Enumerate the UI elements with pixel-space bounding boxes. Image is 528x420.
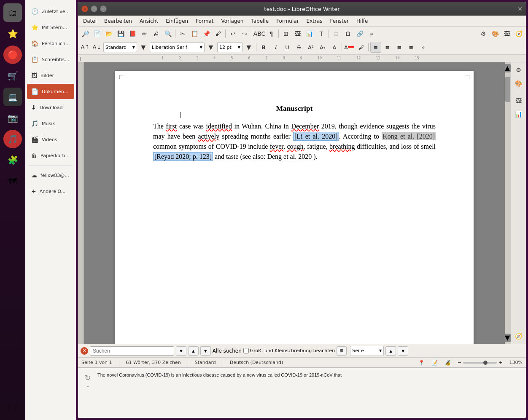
edit-mode-btn[interactable]: ✏: [139, 28, 150, 39]
align-left-btn[interactable]: ≡: [370, 42, 381, 53]
style-dropdown[interactable]: Standard ▼: [103, 42, 137, 52]
export-pdf-btn[interactable]: 📕: [127, 28, 138, 39]
bold-btn[interactable]: B: [258, 42, 269, 53]
zoom-out-btn[interactable]: −: [458, 360, 461, 365]
close-button[interactable]: ×: [81, 5, 88, 12]
sidebar-item-other[interactable]: + Andere O...: [27, 184, 74, 199]
dock-terminal[interactable]: 💻: [3, 88, 22, 106]
clear-fmt-btn[interactable]: A: [329, 42, 340, 53]
redo-btn[interactable]: ↪: [239, 28, 250, 39]
dock-maps[interactable]: 🗺: [3, 172, 22, 190]
highlight-btn[interactable]: 🖌: [356, 42, 366, 53]
refresh-icon[interactable]: ↻: [84, 373, 91, 382]
case-sensitive-check[interactable]: Groß- und Kleinschreibung beachten: [243, 348, 335, 353]
dock-music[interactable]: 🎵: [3, 130, 22, 148]
find-prev-btn[interactable]: ▲: [188, 346, 199, 356]
save-btn[interactable]: 💾: [115, 28, 126, 39]
zoom-track[interactable]: [463, 362, 497, 364]
menu-einfuegen[interactable]: Einfügen: [162, 17, 191, 25]
sidebar-item-music[interactable]: 🎵 Musik: [27, 116, 74, 131]
dock-media[interactable]: 🔴: [3, 45, 22, 64]
subscript-btn[interactable]: A₂: [317, 42, 328, 53]
sidebar-item-recent[interactable]: 🕐 Zuletzt verw...: [27, 4, 74, 19]
gallery-btn[interactable]: 🖼: [501, 28, 512, 39]
table-btn[interactable]: ⊞: [280, 28, 291, 39]
size-dropdown-btn[interactable]: ▼: [243, 42, 254, 53]
find-close-btn[interactable]: ✕: [81, 347, 88, 355]
menu-bearbeiten[interactable]: Bearbeiten: [101, 17, 135, 25]
new-btn[interactable]: 📄: [92, 28, 102, 39]
rp-navigator-btn[interactable]: 🧭: [513, 330, 525, 342]
spellcheck-btn[interactable]: ABC: [254, 28, 265, 39]
sidebar-item-cloud[interactable]: ☁ felixw83@...: [27, 168, 74, 183]
document-body[interactable]: The first case was identified in Wuhan, …: [153, 121, 436, 162]
vertical-scrollbar[interactable]: ▲ ▼: [505, 62, 511, 344]
find-page-prev-btn[interactable]: ▲: [385, 346, 396, 356]
copy-btn[interactable]: 📋: [189, 28, 200, 39]
find-input[interactable]: [90, 346, 174, 356]
undo-btn[interactable]: ↩: [227, 28, 238, 39]
more-fmt-btn[interactable]: »: [418, 42, 428, 53]
font-dropdown[interactable]: Liberation Serif ▼: [150, 42, 205, 52]
sidebar-item-documents[interactable]: 📄 Dokumen...: [27, 84, 74, 99]
extend-btn[interactable]: »: [366, 28, 377, 39]
document-page[interactable]: Manuscript The first case was identified…: [115, 71, 474, 344]
textbox-btn[interactable]: T: [316, 28, 327, 39]
style-dropdown-btn[interactable]: ▼: [138, 42, 149, 53]
rp-styles-btn[interactable]: 🎨: [513, 78, 525, 89]
chart-btn[interactable]: 📊: [304, 28, 315, 39]
italic-btn[interactable]: I: [270, 42, 281, 53]
menu-format[interactable]: Format: [192, 17, 217, 25]
superscript-btn[interactable]: A²: [305, 42, 316, 53]
scroll-up-btn[interactable]: ▲: [505, 64, 511, 72]
open-btn[interactable]: 📂: [103, 28, 114, 39]
sidebar-item-downloads[interactable]: ⬇ Download: [27, 100, 74, 115]
case-sensitive-checkbox[interactable]: [243, 348, 249, 353]
minimize-button[interactable]: −: [91, 5, 97, 12]
align-right-btn[interactable]: ≡: [394, 42, 405, 53]
cut-btn[interactable]: ✂: [177, 28, 188, 39]
rp-gallery-btn[interactable]: 🖼: [513, 95, 525, 107]
menu-vorlagen[interactable]: Vorlagen: [218, 17, 247, 25]
menu-fenster[interactable]: Fenster: [327, 17, 353, 25]
dock-starred[interactable]: ⭐: [3, 24, 22, 43]
scroll-track[interactable]: [505, 72, 511, 334]
menu-formular[interactable]: Formular: [273, 17, 302, 25]
sidebar-item-trash[interactable]: 🗑 Papierkorb...: [27, 148, 74, 163]
find-page-next-btn[interactable]: ▼: [398, 346, 408, 356]
inc-font-size-btn[interactable]: A↑: [80, 42, 91, 53]
rp-properties-btn[interactable]: ⚙: [513, 64, 525, 76]
menu-tabelle[interactable]: Tabelle: [248, 17, 272, 25]
sidebar-item-starred[interactable]: ⭐ Mit Stern...: [27, 20, 74, 35]
rp-media-btn[interactable]: 📊: [513, 108, 525, 120]
sidebar-item-personal[interactable]: 🏠 Persönlich...: [27, 36, 74, 51]
document-scroll[interactable]: Manuscript The first case was identified…: [84, 62, 505, 344]
expand-icon[interactable]: »: [86, 384, 89, 388]
menu-extras[interactable]: Extras: [303, 17, 326, 25]
navigator-btn[interactable]: 🔎: [80, 28, 91, 39]
zoom-control[interactable]: − +: [458, 360, 502, 365]
image-btn[interactable]: 🖼: [292, 28, 303, 39]
sidebar-item-videos[interactable]: 🎬 Videos: [27, 132, 74, 147]
align-justify-btn[interactable]: ≡: [406, 42, 417, 53]
dock-app-center[interactable]: 🛒: [3, 67, 22, 85]
align-center-btn[interactable]: ≡: [382, 42, 393, 53]
find-options-btn[interactable]: ⚙: [337, 346, 347, 356]
dec-font-size-btn[interactable]: A↓: [92, 42, 102, 53]
find-next-btn[interactable]: ▼: [200, 346, 211, 356]
scroll-thumb[interactable]: [505, 77, 510, 102]
dock-app-grid[interactable]: ⋮⋮: [3, 398, 22, 417]
find-page-dropdown[interactable]: Seite ▼: [350, 346, 384, 356]
print-btn[interactable]: 🖨: [151, 28, 162, 39]
find-btn-tb[interactable]: 🔍: [162, 28, 173, 39]
font-dropdown-btn[interactable]: ▼: [205, 42, 216, 53]
strikethrough-btn[interactable]: S: [294, 42, 304, 53]
styles-btn[interactable]: 🎨: [490, 28, 501, 39]
menu-ansicht[interactable]: Ansicht: [136, 17, 162, 25]
close-window-icon[interactable]: ✕: [517, 5, 523, 12]
scroll-down-btn[interactable]: ▼: [505, 334, 511, 342]
dock-files[interactable]: 🗂: [3, 3, 22, 22]
size-dropdown[interactable]: 12 pt ▼: [217, 42, 242, 52]
pilcrow-btn[interactable]: ¶: [266, 28, 277, 39]
dock-extension[interactable]: 🧩: [3, 151, 22, 169]
